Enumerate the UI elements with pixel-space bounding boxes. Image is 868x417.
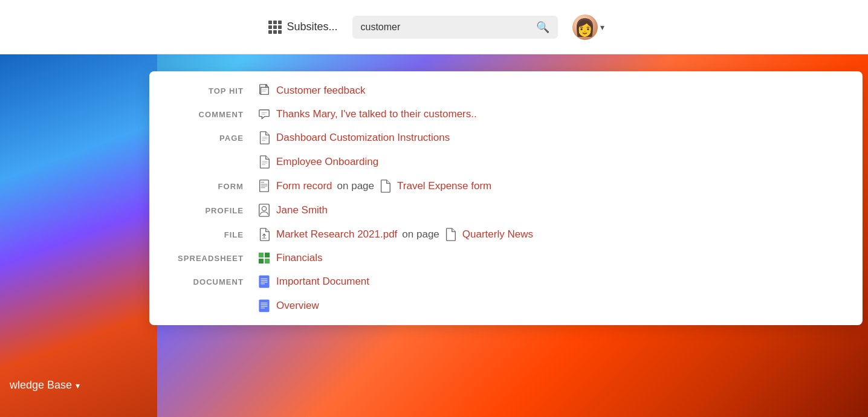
header-bar: Subsites... 🔍 ▾ [0,0,868,54]
blue-doc-icon-2 [258,299,270,312]
hero-overlay [0,54,157,417]
page2-document-icon [258,155,270,169]
svg-rect-15 [261,187,265,188]
knowledge-base-label: wledge Base [10,379,72,392]
file-on-page-text: on page [402,228,439,241]
file-upload-icon [258,228,270,241]
top-hit-link[interactable]: Customer feedback [276,85,365,97]
subsites-button[interactable]: Subsites... [264,18,342,36]
page-document-icon [258,131,270,144]
comment-content: Thanks Mary, I've talked to their custom… [258,108,843,120]
spreadsheet-link[interactable]: Financials [276,252,323,264]
category-document: DOCUMENT [161,277,258,286]
result-document1[interactable]: DOCUMENT Important Document [149,270,863,294]
result-top-hit[interactable]: TOP HIT Customer feedback [149,79,863,103]
file-link2[interactable]: Quarterly News [462,228,533,241]
comment-link[interactable]: Thanks Mary, I've talked to their custom… [276,108,477,120]
profile-person-icon [258,204,270,217]
category-form: FORM [161,182,258,191]
sidebar-knowledge-base[interactable]: wledge Base ▾ [0,372,133,399]
category-profile: PROFILE [161,206,258,215]
result-page1[interactable]: PAGE Dashboard Customization Instruction… [149,126,863,150]
form-link2[interactable]: Travel Expense form [397,180,491,192]
form-page-icon [379,179,391,193]
top-hit-content: Customer feedback [258,84,843,97]
page1-link[interactable]: Dashboard Customization Instructions [276,132,450,144]
category-page: PAGE [161,134,258,143]
svg-rect-21 [259,259,264,263]
form-on-page-text: on page [337,180,374,192]
result-comment[interactable]: COMMENT Thanks Mary, I've talked to thei… [149,103,863,126]
user-avatar-button[interactable]: ▾ [572,15,604,40]
profile-link[interactable]: Jane Smith [276,204,328,216]
blue-doc-icon-1 [258,275,270,288]
search-icon[interactable]: 🔍 [536,21,549,34]
file-content: Market Research 2021.pdf on page Quarter… [258,228,843,241]
svg-rect-20 [265,253,270,257]
avatar [572,15,598,40]
file-link1[interactable]: Market Research 2021.pdf [276,228,397,241]
svg-rect-23 [259,276,270,288]
header-center: Subsites... 🔍 ▾ [264,15,604,40]
svg-rect-28 [259,300,270,312]
form-content: Form record on page Travel Expense form [258,179,843,193]
svg-rect-12 [261,182,265,183]
page2-content: Employee Onboarding [258,155,843,169]
category-top-hit: TOP HIT [161,86,258,95]
search-dropdown: TOP HIT Customer feedback COMMENT Thanks… [149,71,863,325]
document-icon [258,84,270,97]
document1-link[interactable]: Important Document [276,276,369,288]
search-input[interactable] [361,22,531,33]
comment-bubble-icon [258,108,270,120]
category-comment: COMMENT [161,110,258,119]
search-bar: 🔍 [352,16,558,39]
document2-content: Overview [258,299,843,312]
sidebar-chevron-icon: ▾ [76,381,80,390]
svg-rect-14 [261,186,268,186]
page2-link[interactable]: Employee Onboarding [276,156,378,168]
file-page-icon [444,228,456,241]
result-profile[interactable]: PROFILE Jane Smith [149,198,863,222]
result-document2[interactable]: Overview [149,294,863,318]
svg-rect-18 [262,238,266,239]
result-file[interactable]: FILE Market Research 2021.pdf on page Qu… [149,222,863,247]
profile-content: Jane Smith [258,204,843,217]
chevron-down-icon: ▾ [600,22,604,32]
grid-icon [268,21,282,34]
result-page2[interactable]: Employee Onboarding [149,150,863,174]
document1-content: Important Document [258,275,843,288]
document2-link[interactable]: Overview [276,300,319,312]
svg-point-17 [262,207,266,211]
result-spreadsheet[interactable]: SPREADSHEET Financials [149,247,863,270]
spreadsheet-content: Financials [258,252,843,264]
form-icon [258,179,270,193]
svg-rect-13 [261,184,268,184]
svg-rect-19 [259,253,264,257]
result-form[interactable]: FORM Form record on page Travel Expense … [149,174,863,198]
svg-rect-22 [265,259,270,263]
subsites-label: Subsites... [287,21,337,33]
category-file: FILE [161,230,258,239]
spreadsheet-icon [258,252,270,264]
page1-content: Dashboard Customization Instructions [258,131,843,144]
form-link1[interactable]: Form record [276,180,332,192]
category-spreadsheet: SPREADSHEET [161,254,258,263]
